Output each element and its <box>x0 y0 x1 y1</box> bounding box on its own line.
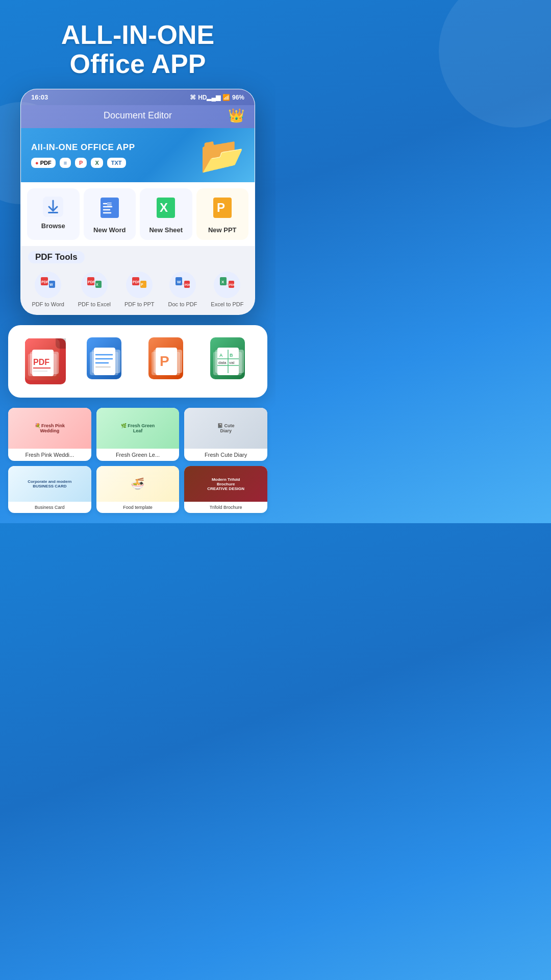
template-name-pink: Fresh Pink Weddi... <box>8 449 91 461</box>
svg-text:≡: ≡ <box>107 200 112 210</box>
pdf-big-icon[interactable]: PDF <box>25 338 66 384</box>
pdf-to-ppt-icon: PDF → P <box>126 272 153 298</box>
pdf-tools-row: PDF → W PDF to Word PDF → X PDF to Excel <box>21 266 255 314</box>
template-food[interactable]: 🍜 Food template <box>96 466 180 513</box>
svg-text:P: P <box>141 283 143 286</box>
template-thumb-green: 🌿 Fresh GreenLeaf <box>96 408 180 449</box>
promo-banner: All-IN-ONE OFFICE APP ● PDF ≡ P X TXT <box>21 128 255 182</box>
battery: 96% <box>232 94 244 101</box>
svg-rect-1 <box>48 212 58 213</box>
template-name-green: Fresh Green Le... <box>96 449 180 461</box>
svg-text:PDF: PDF <box>229 283 235 286</box>
pdf-to-ppt-label: PDF to PPT <box>124 301 155 307</box>
svg-text:B: B <box>230 353 233 358</box>
ppt-chip: P <box>75 158 87 168</box>
svg-text:P: P <box>217 201 225 214</box>
app-title: Document Editor <box>104 110 172 121</box>
new-word-label: New Word <box>93 226 126 234</box>
banner-title: All-IN-ONE OFFICE APP <box>31 142 135 153</box>
new-sheet-label: New Sheet <box>149 226 183 234</box>
browse-label: Browse <box>41 222 65 230</box>
template-thumb-brochure: Modern TrifoldBrochureCREATIVE DESIGN <box>184 466 267 502</box>
excel-to-pdf-icon: X → PDF <box>214 272 240 298</box>
excel-to-pdf-button[interactable]: X → PDF Excel to PDF <box>211 272 243 307</box>
template-name-diary: Fresh Cute Diary <box>184 449 267 461</box>
excel-chip: X <box>91 158 103 168</box>
banner-format-icons: ● PDF ≡ P X TXT <box>31 158 135 168</box>
crown-icon[interactable]: 👑 <box>228 108 244 124</box>
status-bar: 16:03 ⌘ HD▂▄▆ 📶 96% <box>21 89 255 105</box>
pdf-to-excel-label: PDF to Excel <box>78 301 111 307</box>
svg-text:X: X <box>96 283 98 286</box>
signal-icon: HD▂▄▆ <box>198 94 220 101</box>
bluetooth-icon: ⌘ <box>190 94 196 101</box>
template-brochure[interactable]: Modern TrifoldBrochureCREATIVE DESIGN Tr… <box>184 466 267 513</box>
banner-content: All-IN-ONE OFFICE APP ● PDF ≡ P X TXT <box>31 142 135 168</box>
word-chip: ≡ <box>60 158 71 168</box>
template-name-food: Food template <box>96 502 180 513</box>
new-word-button[interactable]: ≡ New Word <box>84 188 136 240</box>
ppt-big-icon[interactable]: P <box>148 337 189 385</box>
app-icons-card: PDF <box>8 325 267 398</box>
new-ppt-label: New PPT <box>208 226 237 234</box>
template-name-brochure: Trifold Brochure <box>184 502 267 513</box>
doc-to-pdf-button[interactable]: W → PDF Doc to PDF <box>168 272 197 307</box>
txt-chip: TXT <box>107 158 126 168</box>
template-cute-diary[interactable]: 📓 CuteDiary Fresh Cute Diary <box>184 408 267 461</box>
pdf-to-word-button[interactable]: PDF → W PDF to Word <box>32 272 64 307</box>
pdf-to-excel-button[interactable]: PDF → X PDF to Excel <box>78 272 111 307</box>
sheet-icon: X <box>156 197 176 221</box>
new-ppt-button[interactable]: P New PPT <box>196 188 249 240</box>
folder-illustration: 📂 <box>200 137 244 173</box>
svg-text:P: P <box>160 353 169 369</box>
hero-section: ALL-IN-ONE Office APP <box>0 0 276 89</box>
template-name-business: Business Card <box>8 502 91 513</box>
pdf-to-excel-icon: PDF → X <box>81 272 108 298</box>
svg-text:W: W <box>49 283 53 286</box>
templates-row2: Corporate and modernBUSINESS CARD Busine… <box>8 466 267 513</box>
svg-text:val: val <box>229 360 234 365</box>
template-thumb-food: 🍜 <box>96 466 180 502</box>
quick-actions-grid: Browse ≡ New Word X New Sheet <box>21 182 255 246</box>
pdf-to-ppt-button[interactable]: PDF → P PDF to PPT <box>124 272 155 307</box>
template-thumb-business: Corporate and modernBUSINESS CARD <box>8 466 91 502</box>
template-green-leaf[interactable]: 🌿 Fresh GreenLeaf Fresh Green Le... <box>96 408 180 461</box>
svg-text:X: X <box>221 280 224 284</box>
time: 16:03 <box>31 93 48 101</box>
pdf-to-word-label: PDF to Word <box>32 301 64 307</box>
pdf-chip: ● PDF <box>31 158 56 168</box>
word-icon: ≡ <box>99 197 120 221</box>
svg-text:W: W <box>177 280 181 284</box>
pdf-to-word-icon: PDF → W <box>35 272 61 298</box>
pdf-tools-title: PDF Tools <box>28 251 85 263</box>
template-pink-wedding[interactable]: 💐 Fresh PinkWedding Fresh Pink Weddi... <box>8 408 91 461</box>
template-thumb-pink: 💐 Fresh PinkWedding <box>8 408 91 449</box>
svg-text:data: data <box>218 360 227 365</box>
browse-icon <box>43 197 63 217</box>
excel-big-icon[interactable]: A B data val <box>210 337 251 385</box>
template-business-card[interactable]: Corporate and modernBUSINESS CARD Busine… <box>8 466 91 513</box>
svg-text:PDF: PDF <box>185 283 191 286</box>
new-sheet-button[interactable]: X New Sheet <box>140 188 192 240</box>
browse-button[interactable]: Browse <box>27 188 80 240</box>
doc-to-pdf-icon: W → PDF <box>169 272 196 298</box>
svg-text:PDF: PDF <box>33 358 49 366</box>
doc-to-pdf-label: Doc to PDF <box>168 301 197 307</box>
pdf-tools-header: PDF Tools <box>21 246 255 266</box>
ppt-icon: P <box>212 197 233 221</box>
svg-rect-44 <box>94 348 115 375</box>
templates-row1: 💐 Fresh PinkWedding Fresh Pink Weddi... … <box>8 408 267 461</box>
templates-section: 💐 Fresh PinkWedding Fresh Pink Weddi... … <box>0 408 276 523</box>
svg-text:A: A <box>219 353 223 358</box>
wifi-icon: 📶 <box>222 94 230 101</box>
template-thumb-diary: 📓 CuteDiary <box>184 408 267 449</box>
status-icons: ⌘ HD▂▄▆ 📶 96% <box>190 94 244 101</box>
hero-title: ALL-IN-ONE Office APP <box>10 20 265 79</box>
app-header: Document Editor 👑 <box>21 105 255 128</box>
phone-mockup: 16:03 ⌘ HD▂▄▆ 📶 96% Document Editor 👑 Al… <box>20 89 255 315</box>
svg-text:X: X <box>160 201 168 214</box>
excel-to-pdf-label: Excel to PDF <box>211 301 243 307</box>
word-big-icon[interactable] <box>87 337 128 385</box>
